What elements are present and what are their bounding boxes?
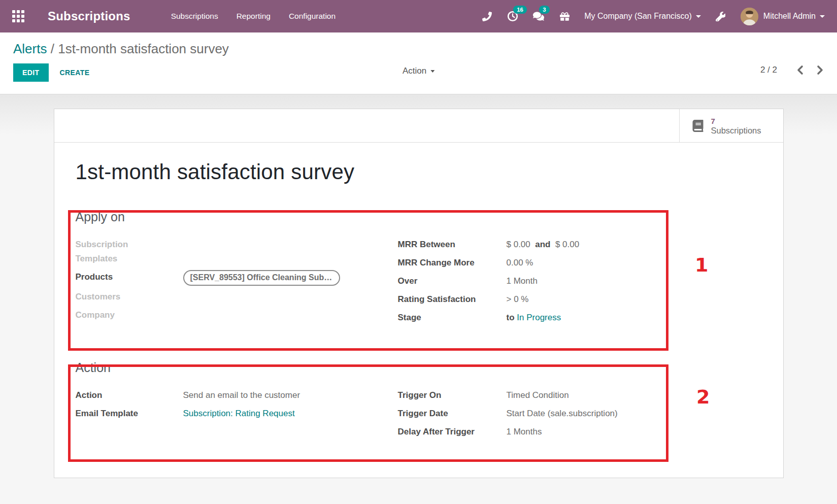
field-trigger-on: Trigger On Timed Condition [398, 388, 762, 402]
app-brand[interactable]: Subscriptions [48, 9, 130, 23]
pager-previous-icon[interactable] [796, 65, 803, 75]
apply-on-heading: Apply on [76, 210, 762, 224]
form-sheet: 7 Subscriptions 1st-month satisfaction s… [54, 109, 784, 478]
customers-label: Customers [76, 290, 183, 304]
trigger-on-value: Timed Condition [507, 388, 569, 402]
stat-count: 7 [711, 116, 761, 126]
email-template-label: Email Template [76, 407, 183, 421]
field-products: Products [SERV_89553] Office Cleaning Su… [76, 270, 398, 286]
apps-menu-icon[interactable] [12, 10, 24, 22]
voip-phone-icon[interactable] [481, 10, 493, 22]
over-label: Over [398, 274, 507, 288]
edit-button[interactable]: EDIT [13, 63, 49, 82]
over-value: 1 Month [507, 274, 538, 288]
field-action: Action Send an email to the customer [76, 388, 398, 402]
delay-after-trigger-value: 1 Months [507, 425, 542, 439]
chevron-down-icon [696, 15, 701, 18]
record-pager: 2 / 2 [760, 65, 824, 75]
field-customers: Customers [76, 290, 398, 304]
trigger-date-value: Start Date (sale.subscription) [507, 407, 618, 421]
action-value: Send an email to the customer [183, 388, 300, 402]
breadcrumb-separator: / [51, 41, 54, 56]
mrr-between-label: MRR Between [398, 238, 507, 252]
message-count-badge: 3 [539, 6, 549, 14]
field-stage: Stage to In Progress [398, 311, 762, 325]
trigger-date-label: Trigger Date [398, 407, 507, 421]
record-title: 1st-month satisfaction survey [76, 160, 762, 184]
messages-icon[interactable]: 3 [532, 10, 545, 22]
stage-value-link[interactable]: In Progress [517, 313, 561, 322]
stage-label: Stage [398, 311, 507, 325]
mrr-min-value: $ 0.00 [507, 240, 530, 249]
company-label: Company [76, 308, 183, 322]
action-section: Action Action Send an email to the custo… [76, 360, 762, 443]
mrr-change-label: MRR Change More [398, 256, 507, 270]
chevron-down-icon [430, 70, 434, 73]
product-tag: [SERV_89553] Office Cleaning Sub… [183, 270, 341, 286]
stage-to-text: to [507, 313, 515, 322]
field-subscription-templates: Subscription Templates [76, 238, 398, 266]
systray: 16 3 My Company (San Francisco) Mitchell… [481, 8, 825, 25]
user-avatar [741, 8, 758, 25]
app-menu: Subscriptions Reporting Configuration [171, 0, 336, 32]
menu-subscriptions[interactable]: Subscriptions [171, 0, 218, 32]
email-template-link[interactable]: Subscription: Rating Request [183, 409, 295, 418]
book-icon [692, 120, 704, 132]
field-company: Company [76, 308, 398, 322]
top-navbar: Subscriptions Subscriptions Reporting Co… [0, 0, 837, 32]
stat-label: Subscriptions [711, 126, 761, 136]
gift-icon[interactable] [558, 10, 571, 22]
pager-next-icon[interactable] [817, 65, 824, 75]
menu-reporting[interactable]: Reporting [237, 0, 271, 32]
action-dropdown-label: Action [403, 66, 426, 76]
breadcrumb-alerts-link[interactable]: Alerts [13, 41, 47, 56]
activity-count-badge: 16 [513, 6, 527, 14]
mrr-change-value: 0.00 % [507, 256, 533, 270]
action-dropdown[interactable]: Action [403, 66, 434, 76]
button-box: 7 Subscriptions [54, 109, 783, 143]
field-mrr-between: MRR Between $ 0.00 and $ 0.00 [398, 238, 762, 252]
breadcrumb-current: 1st-month satisfaction survey [58, 41, 229, 56]
mrr-max-value: $ 0.00 [555, 240, 579, 249]
company-switcher[interactable]: My Company (San Francisco) [584, 12, 701, 21]
rating-satisfaction-label: Rating Satisfaction [398, 292, 507, 307]
tools-icon[interactable] [715, 10, 727, 22]
action-heading: Action [76, 360, 762, 375]
control-panel: Alerts / 1st-month satisfaction survey E… [0, 32, 837, 94]
activities-clock-icon[interactable]: 16 [507, 10, 519, 22]
field-rating-satisfaction: Rating Satisfaction > 0 % [398, 292, 762, 307]
user-name: Mitchell Admin [763, 12, 816, 21]
field-over: Over 1 Month [398, 274, 762, 288]
chevron-down-icon [820, 15, 825, 18]
delay-after-trigger-label: Delay After Trigger [398, 425, 507, 439]
rating-satisfaction-value: > 0 % [507, 292, 529, 307]
apply-on-section: Apply on Subscription Templates Products… [76, 210, 762, 329]
user-menu[interactable]: Mitchell Admin [741, 8, 825, 25]
menu-configuration[interactable]: Configuration [289, 0, 336, 32]
mrr-and-text: and [535, 240, 550, 249]
field-mrr-change-more: MRR Change More 0.00 % [398, 256, 762, 270]
field-trigger-date: Trigger Date Start Date (sale.subscripti… [398, 407, 762, 421]
trigger-on-label: Trigger On [398, 388, 507, 402]
company-name: My Company (San Francisco) [584, 12, 692, 21]
pager-value[interactable]: 2 / 2 [760, 65, 777, 75]
field-delay-after-trigger: Delay After Trigger 1 Months [398, 425, 762, 439]
subscription-templates-label: Subscription Templates [76, 238, 136, 266]
field-email-template: Email Template Subscription: Rating Requ… [76, 407, 398, 421]
breadcrumb: Alerts / 1st-month satisfaction survey [13, 41, 824, 57]
action-label: Action [76, 388, 183, 402]
subscriptions-stat-button[interactable]: 7 Subscriptions [679, 109, 783, 142]
form-view-background: 7 Subscriptions 1st-month satisfaction s… [0, 94, 837, 504]
create-button[interactable]: CREATE [60, 69, 90, 77]
products-label: Products [76, 270, 183, 284]
